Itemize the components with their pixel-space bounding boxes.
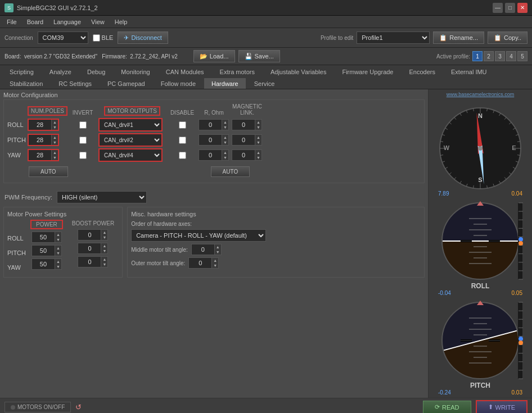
yaw-numpoles-up[interactable]: ▲	[51, 150, 58, 155]
tab-stabilization[interactable]: Stabilization	[2, 78, 50, 89]
pitch-boost-down[interactable]: ▼	[101, 248, 107, 253]
motors-onoff-button[interactable]: MOTORS ON/OFF	[4, 402, 71, 412]
rename-button[interactable]: 📋 Rename...	[433, 31, 484, 44]
port-select[interactable]: COM39	[38, 31, 88, 44]
tab-firmware-upgrade[interactable]: Firmware Upgrade	[335, 66, 400, 77]
roll-boost-spinner[interactable]: ▲ ▼	[78, 229, 108, 240]
outer-tilt-down[interactable]: ▼	[211, 263, 218, 268]
tab-pc-gamepad[interactable]: PC Gamepad	[100, 78, 152, 89]
pitch-rohm-up[interactable]: ▲	[222, 135, 228, 140]
roll-boost-input[interactable]	[78, 230, 101, 240]
roll-rohm-input[interactable]	[199, 120, 222, 130]
roll-rohm-down[interactable]: ▼	[222, 125, 228, 130]
pitch-boost-up[interactable]: ▲	[101, 243, 107, 248]
middle-tilt-spinner[interactable]: ▲ ▼	[191, 244, 222, 255]
menu-language[interactable]: Language	[49, 17, 85, 26]
yaw-boost-up[interactable]: ▲	[101, 257, 107, 262]
roll-numpoles-input[interactable]	[29, 120, 51, 130]
disconnect-button[interactable]: ✈ Disconnect	[118, 31, 168, 44]
pitch-numpoles-up[interactable]: ▲	[51, 135, 58, 140]
yaw-rohm-up[interactable]: ▲	[222, 150, 228, 155]
yaw-maglink-down[interactable]: ▼	[255, 155, 262, 160]
save-button[interactable]: 💾 Save...	[238, 50, 280, 62]
pitch-rohm-down[interactable]: ▼	[222, 140, 228, 145]
tab-service[interactable]: Service	[247, 78, 282, 89]
pitch-numpoles-down[interactable]: ▼	[51, 140, 58, 145]
minimize-button[interactable]: —	[493, 3, 503, 13]
pitch-rohm-spinner[interactable]: ▲ ▼	[199, 134, 229, 146]
roll-numpoles-down[interactable]: ▼	[51, 125, 58, 130]
tab-scripting[interactable]: Scripting	[2, 66, 41, 77]
pitch-power-down[interactable]: ▼	[55, 251, 61, 256]
roll-rohm-spinner[interactable]: ▲ ▼	[199, 119, 229, 130]
profile-num-4[interactable]: 4	[506, 51, 516, 61]
roll-numpoles-spinner[interactable]: ▲ ▼	[29, 120, 58, 130]
yaw-boost-input[interactable]	[78, 257, 101, 267]
yaw-numpoles-spinner[interactable]: ▲ ▼	[29, 150, 58, 160]
ble-checkbox[interactable]	[93, 34, 100, 42]
yaw-boost-spinner[interactable]: ▲ ▼	[78, 256, 108, 267]
pitch-motorout-select[interactable]: CAN_drv#1 CAN_drv#2 CAN_drv#3 CAN_drv#4	[100, 134, 161, 146]
roll-invert-checkbox[interactable]	[79, 121, 87, 129]
tab-adjustable-vars[interactable]: Adjustable Variables	[263, 66, 333, 77]
yaw-boost-down[interactable]: ▼	[101, 262, 107, 267]
tab-extra-motors[interactable]: Extra motors	[213, 66, 262, 77]
pitch-invert-checkbox[interactable]	[79, 137, 87, 144]
pitch-power-up[interactable]: ▲	[55, 246, 61, 251]
pitch-maglink-spinner[interactable]: ▲ ▼	[232, 134, 262, 146]
yaw-power-input[interactable]	[32, 259, 55, 269]
profile-num-1[interactable]: 1	[472, 51, 483, 61]
middle-tilt-up[interactable]: ▲	[214, 244, 221, 249]
yaw-motorout-select[interactable]: CAN_drv#1 CAN_drv#2 CAN_drv#3 CAN_drv#4	[100, 149, 161, 161]
menu-board[interactable]: Board	[22, 17, 48, 26]
outer-tilt-spinner[interactable]: ▲ ▼	[188, 257, 219, 269]
read-button[interactable]: ⟳ READ	[423, 401, 471, 413]
outer-tilt-up[interactable]: ▲	[211, 258, 218, 263]
pitch-rohm-input[interactable]	[199, 135, 222, 145]
copy-button[interactable]: 📋 Copy..	[488, 31, 528, 44]
profile-num-2[interactable]: 2	[484, 51, 494, 61]
roll-maglink-spinner[interactable]: ▲ ▼	[232, 119, 262, 130]
tab-encoders[interactable]: Encoders	[402, 66, 443, 77]
pitch-power-input[interactable]	[32, 246, 55, 256]
yaw-invert-checkbox[interactable]	[79, 152, 87, 159]
pwm-select[interactable]: HIGH (silent) LOW MEDIUM ULTRA HIGH	[57, 191, 147, 203]
yaw-maglink-spinner[interactable]: ▲ ▼	[232, 149, 262, 161]
outer-tilt-input[interactable]	[189, 258, 211, 268]
roll-power-spinner[interactable]: ▲ ▼	[31, 232, 62, 243]
roll-maglink-up[interactable]: ▲	[255, 120, 262, 125]
website-link[interactable]: www.basecamelectronics.com	[447, 92, 515, 97]
refresh-icon[interactable]: ↺	[75, 403, 82, 411]
yaw-rohm-down[interactable]: ▼	[222, 155, 228, 160]
tab-rc-settings[interactable]: RC Settings	[51, 78, 99, 89]
auto-button-1[interactable]: AUTO	[29, 166, 68, 177]
yaw-power-spinner[interactable]: ▲ ▼	[31, 258, 62, 270]
yaw-maglink-up[interactable]: ▲	[255, 150, 262, 155]
pitch-maglink-input[interactable]	[232, 135, 255, 145]
roll-numpoles-up[interactable]: ▲	[51, 120, 58, 125]
menu-view[interactable]: View	[87, 17, 109, 26]
tab-debug[interactable]: Debug	[80, 66, 112, 77]
maximize-button[interactable]: □	[505, 3, 515, 13]
tab-follow-mode[interactable]: Follow mode	[154, 78, 203, 89]
yaw-maglink-input[interactable]	[232, 150, 255, 160]
profile-num-5[interactable]: 5	[517, 51, 528, 61]
pitch-power-spinner[interactable]: ▲ ▼	[31, 245, 62, 256]
yaw-power-up[interactable]: ▲	[55, 259, 61, 264]
tab-hardware[interactable]: Hardware	[204, 78, 246, 89]
tab-analyze[interactable]: Analyze	[42, 66, 79, 77]
pitch-maglink-up[interactable]: ▲	[255, 135, 262, 140]
menu-help[interactable]: Help	[110, 17, 132, 26]
pitch-boost-spinner[interactable]: ▲ ▼	[78, 243, 108, 254]
close-button[interactable]: ✕	[517, 3, 528, 13]
tab-external-imu[interactable]: External IMU	[444, 66, 494, 77]
yaw-power-down[interactable]: ▼	[55, 264, 61, 269]
roll-disable-checkbox[interactable]	[179, 121, 186, 129]
pitch-numpoles-spinner[interactable]: ▲ ▼	[29, 135, 58, 145]
roll-maglink-input[interactable]	[232, 120, 255, 130]
roll-power-input[interactable]	[32, 232, 55, 242]
roll-boost-up[interactable]: ▲	[101, 230, 107, 235]
tab-can-modules[interactable]: CAN Modules	[159, 66, 211, 77]
yaw-rohm-input[interactable]	[199, 150, 222, 160]
middle-tilt-down[interactable]: ▼	[214, 249, 221, 255]
